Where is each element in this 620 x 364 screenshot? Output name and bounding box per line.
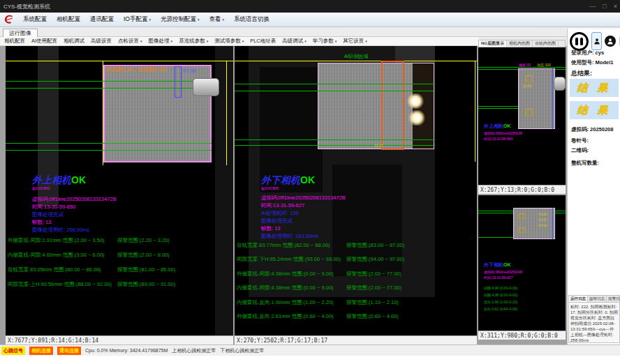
frame-count-line: 帧数: 13	[32, 219, 52, 226]
login-user-label: 登录用户:	[571, 50, 594, 56]
toolbar-spot-check-settings[interactable]: 点检设置▾	[118, 38, 142, 45]
tiny-annotation: 阈值:93	[519, 63, 531, 67]
log-content[interactable]: 耗时: 222, 拍照检测耗时: 17, 拍照分区耗时: 0, 拍照视觉分区耗时…	[568, 303, 620, 343]
minimize-button[interactable]: —	[589, 3, 596, 10]
ai-region-label: AI识别区域	[344, 53, 369, 60]
measurement-value: 间隙宽度-下H:95.24mm 范围:(93.00 ~ 98.00)	[237, 256, 341, 263]
measurement-value: 骨枕宽度:83.05mm 范围:(80.00 ~ 86.00)	[8, 266, 101, 273]
measure-line	[235, 84, 435, 84]
tiny-measure-mark: 43.64	[538, 212, 547, 216]
login-user-row: 登录用户: cys	[571, 50, 604, 56]
machine-cutout	[260, 67, 323, 192]
time-line: 时间:13-31-59-627	[261, 202, 304, 209]
measurement-value: 外侧直线-反向:2.61mm 范围:(0.60 ~ 4.00)	[237, 313, 334, 320]
virtual-code-line: 虚拟码:0ff1ime2025020813313472B	[261, 195, 346, 202]
menu-item-camera-config[interactable]: 相机配置	[52, 13, 84, 26]
toolbar-image-processing[interactable]: 图像处理▾	[149, 38, 173, 45]
camera-name: 外上相机	[32, 174, 71, 185]
maximize-button[interactable]: □	[603, 3, 606, 10]
toolbar-label: AI使用配置	[31, 38, 57, 45]
tiny-info-line: 时间:13-31-59-650	[484, 137, 512, 141]
lower-camera-heartbeat-status: 下相机心跳检测正常	[220, 347, 264, 354]
small-bottom-camera-view[interactable]: 43.64 43.67 43.62 外下相机OK 虚拟码:0ff1ime2025…	[478, 195, 566, 331]
result-display-upper: 结 果	[570, 79, 619, 97]
toolbar-advanced-debug[interactable]: 高级调试▾	[282, 38, 307, 45]
app-window: CYS-视觉检测系统 — □ × 系统配置 相机配置 通讯配置 IO手配置▾ 光…	[0, 0, 620, 364]
tab-ng-base-image[interactable]: NG底图显示	[479, 40, 507, 47]
tiny-info-line: 虚拟码:0ff1ime20250208	[484, 270, 522, 274]
app-logo-icon	[3, 14, 15, 25]
middle-camera-view[interactable]: AI识别区域 43.67 外下相机OK 输出IO:B/D 虚拟码:0ff1ime…	[235, 46, 477, 335]
toolbar-advanced-settings[interactable]: 高级设置	[91, 38, 112, 45]
measurement-value: 外侧直线-间隙:2.91mm 范围:(2.00 ~ 3.50)	[8, 237, 105, 244]
menu-item-comm-config[interactable]: 通讯配置	[86, 13, 118, 26]
menu-item-light-control-config[interactable]: 光源控制配置▾	[156, 13, 204, 26]
camera-result-title: 外上相机OK	[32, 174, 86, 187]
toolbar-label: 图像处理	[149, 38, 170, 45]
alarm-range: 报警范围:(2.00 ~ 8.00)	[117, 252, 170, 259]
measure-line	[235, 91, 435, 91]
small-top-camera-view[interactable]: 阈值:93 动态:100 23.64 外上相机OK 虚拟码:0ff1ime202…	[478, 47, 566, 185]
toolbar-camera-config[interactable]: 相机配置	[4, 38, 25, 45]
tab-fault-log[interactable]: 故障日志	[588, 296, 607, 302]
dropdown-arrow-icon: ▾	[223, 17, 225, 22]
camera-status-ok: OK	[503, 123, 511, 128]
tiny-measure-mark: 43.62	[538, 223, 547, 227]
measure-line	[478, 237, 513, 238]
measure-line	[235, 139, 435, 140]
measurement-row: 内侧直线-间隙:4.38mm 范围:(0.00 ~ 9.00) 报警范围:(2.…	[235, 285, 477, 291]
dropdown-arrow-icon: ▾	[149, 17, 151, 22]
user-profile-button[interactable]	[591, 32, 602, 50]
alarm-range: 报警范围:(81.00 ~ 85.00)	[117, 266, 175, 273]
user-account-button[interactable]	[605, 36, 616, 47]
cpu-memory-status: Cpu: 0.0% Memory: 3424.41796875M	[85, 348, 168, 353]
time-line: 时间:13-31-59-650	[32, 204, 75, 211]
tab-run-image[interactable]: 运行图像	[3, 29, 38, 37]
tab-run-log[interactable]: 运行日志	[569, 296, 588, 302]
measure-line	[478, 106, 520, 107]
dropdown-arrow-icon: ▾	[140, 39, 142, 43]
small-view-tabs: NG底图显示 相机内伤图 齿轮内伤图	[478, 40, 566, 47]
measurement-value: 间隙宽度-上H:90.56mm 范围:(88.00 ~ 92.00)	[8, 281, 112, 288]
tab-camera-defect-image[interactable]: 相机内伤图	[507, 40, 533, 47]
tab-gear-defect-image[interactable]: 齿轮内伤图	[533, 40, 559, 47]
guide-line-horizontal	[6, 61, 233, 61]
login-user-value: cys	[596, 50, 605, 56]
left-camera-view[interactable]: 静态阈值:93，动态阈值:100 R1.88 外上相机OK 输出IO:B/D 虚…	[6, 46, 233, 335]
guide-line-vertical	[226, 61, 227, 165]
toolbar-plc-address-table[interactable]: PLC地址表	[250, 38, 276, 45]
menu-item-io-manual-config[interactable]: IO手配置▾	[119, 13, 155, 26]
elapsed-line: 图像处理用时: 183.00ms	[261, 233, 318, 240]
total-result-label: 总结果:	[571, 69, 592, 78]
virtual-code-label: 虚拟码:	[571, 126, 589, 132]
comm-connection-badge: 通讯连接	[57, 347, 81, 355]
user-icon	[607, 38, 614, 45]
close-button[interactable]: ×	[614, 3, 617, 10]
detect-box	[519, 227, 525, 233]
menu-item-view[interactable]: 查看▾	[205, 13, 229, 26]
measurement-row: 内侧直线-间隙:4.60mm 范围:(3.00 ~ 6.00) 报警范围:(2.…	[6, 252, 233, 259]
toolbar-baseline-params[interactable]: 基准线参数▾	[179, 38, 208, 45]
toolbar-label: 基准线参数	[179, 38, 205, 45]
pause-icon	[580, 38, 583, 45]
toolbar-label: 测试项参数	[214, 38, 241, 45]
toolbar-other-settings[interactable]: 其它设置▾	[343, 38, 367, 45]
toolbar-label: 相机调试	[64, 38, 84, 45]
toolbar-camera-debug[interactable]: 相机调试	[64, 38, 84, 45]
virtual-code-value: 20250208	[590, 126, 613, 132]
roi-blue-label: R1.88	[183, 68, 196, 73]
menu-label: 相机配置	[57, 15, 80, 24]
toolbar-learning-params[interactable]: 学习参数▾	[313, 38, 337, 45]
roi-edge-blue	[552, 208, 553, 239]
toolbar-ai-use-config[interactable]: AI使用配置	[31, 38, 57, 45]
toolbar-test-item-params[interactable]: 测试项参数▾	[214, 38, 244, 45]
pause-button[interactable]	[570, 32, 589, 51]
menu-item-language-switch[interactable]: 系统语言切换	[230, 13, 274, 26]
menu-item-system-config[interactable]: 系统配置	[19, 13, 51, 26]
menu-label: 系统配置	[23, 15, 47, 24]
process-done-line: 图像处理完成	[32, 211, 64, 218]
log-tabs: 运行日志 故障日志 报警日志	[568, 295, 620, 303]
virtual-code-line: 虚拟码:0ff1ime2025020813313472B	[32, 196, 117, 203]
model-value: Model1	[596, 59, 614, 66]
tab-alarm-log[interactable]: 报警日志	[607, 296, 620, 302]
